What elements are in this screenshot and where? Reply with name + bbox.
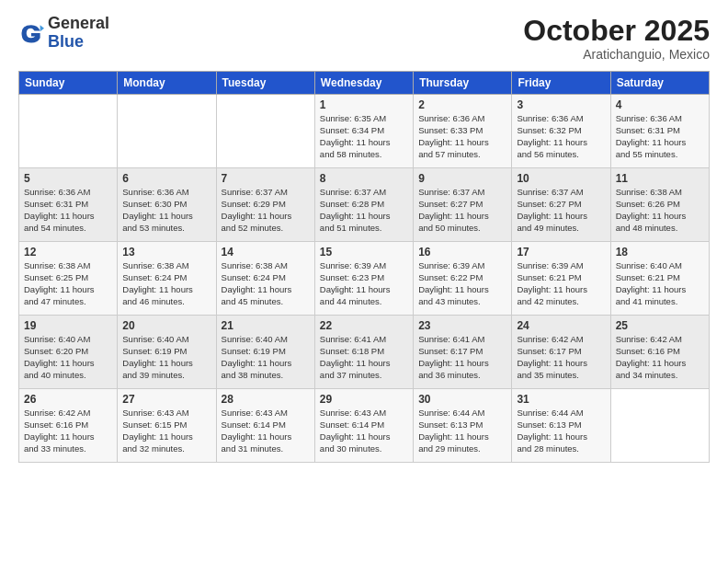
day-number-18: 18 [616, 246, 704, 259]
weekday-header-row: Sunday Monday Tuesday Wednesday Thursday… [19, 72, 710, 95]
calendar-cell-2-3: 15Sunrise: 6:39 AM Sunset: 6:23 PM Dayli… [314, 242, 413, 316]
title-block: October 2025 Aratichanguio, Mexico [523, 15, 710, 62]
calendar-cell-1-2: 7Sunrise: 6:37 AM Sunset: 6:29 PM Daylig… [216, 168, 314, 242]
day-info-9: Sunrise: 6:37 AM Sunset: 6:27 PM Dayligh… [418, 187, 506, 234]
calendar-cell-1-1: 6Sunrise: 6:36 AM Sunset: 6:30 PM Daylig… [118, 168, 216, 242]
day-info-30: Sunrise: 6:44 AM Sunset: 6:13 PM Dayligh… [418, 408, 506, 454]
day-info-21: Sunrise: 6:40 AM Sunset: 6:19 PM Dayligh… [222, 334, 310, 381]
calendar-cell-4-2: 28Sunrise: 6:43 AM Sunset: 6:14 PM Dayli… [216, 389, 314, 463]
day-number-13: 13 [122, 246, 210, 259]
calendar-cell-0-4: 2Sunrise: 6:36 AM Sunset: 6:33 PM Daylig… [414, 95, 512, 168]
day-number-1: 1 [320, 98, 408, 111]
day-number-23: 23 [418, 319, 506, 332]
calendar-cell-3-5: 24Sunrise: 6:42 AM Sunset: 6:17 PM Dayli… [512, 316, 610, 389]
calendar-cell-4-1: 27Sunrise: 6:43 AM Sunset: 6:15 PM Dayli… [118, 389, 216, 463]
calendar-cell-4-0: 26Sunrise: 6:42 AM Sunset: 6:16 PM Dayli… [19, 389, 118, 463]
day-number-11: 11 [616, 172, 704, 185]
calendar-cell-3-3: 22Sunrise: 6:41 AM Sunset: 6:18 PM Dayli… [314, 316, 413, 389]
calendar-cell-1-3: 8Sunrise: 6:37 AM Sunset: 6:28 PM Daylig… [314, 168, 413, 242]
day-info-6: Sunrise: 6:36 AM Sunset: 6:30 PM Dayligh… [122, 187, 210, 234]
calendar-cell-2-6: 18Sunrise: 6:40 AM Sunset: 6:21 PM Dayli… [610, 242, 709, 316]
day-number-10: 10 [517, 172, 605, 185]
day-number-27: 27 [122, 393, 210, 406]
day-info-19: Sunrise: 6:40 AM Sunset: 6:20 PM Dayligh… [24, 334, 112, 381]
calendar-cell-3-0: 19Sunrise: 6:40 AM Sunset: 6:20 PM Dayli… [19, 316, 118, 389]
calendar-cell-4-3: 29Sunrise: 6:43 AM Sunset: 6:14 PM Dayli… [314, 389, 413, 463]
day-number-19: 19 [24, 319, 112, 332]
day-info-24: Sunrise: 6:42 AM Sunset: 6:17 PM Dayligh… [517, 334, 605, 381]
day-info-26: Sunrise: 6:42 AM Sunset: 6:16 PM Dayligh… [24, 408, 112, 454]
calendar-cell-1-0: 5Sunrise: 6:36 AM Sunset: 6:31 PM Daylig… [19, 168, 118, 242]
day-info-31: Sunrise: 6:44 AM Sunset: 6:13 PM Dayligh… [517, 408, 605, 454]
day-info-8: Sunrise: 6:37 AM Sunset: 6:28 PM Dayligh… [320, 187, 408, 234]
day-info-16: Sunrise: 6:39 AM Sunset: 6:22 PM Dayligh… [418, 260, 506, 307]
calendar-cell-2-1: 13Sunrise: 6:38 AM Sunset: 6:24 PM Dayli… [118, 242, 216, 316]
week-row-2: 5Sunrise: 6:36 AM Sunset: 6:31 PM Daylig… [19, 168, 710, 242]
calendar-cell-3-4: 23Sunrise: 6:41 AM Sunset: 6:17 PM Dayli… [414, 316, 512, 389]
day-number-3: 3 [517, 98, 605, 111]
calendar-cell-3-1: 20Sunrise: 6:40 AM Sunset: 6:19 PM Dayli… [118, 316, 216, 389]
calendar-cell-2-4: 16Sunrise: 6:39 AM Sunset: 6:22 PM Dayli… [414, 242, 512, 316]
calendar-cell-4-6 [610, 389, 709, 463]
day-info-23: Sunrise: 6:41 AM Sunset: 6:17 PM Dayligh… [418, 334, 506, 381]
month-title: October 2025 [523, 15, 710, 47]
day-number-22: 22 [320, 319, 408, 332]
day-info-4: Sunrise: 6:36 AM Sunset: 6:31 PM Dayligh… [616, 113, 704, 160]
calendar-cell-2-2: 14Sunrise: 6:38 AM Sunset: 6:24 PM Dayli… [216, 242, 314, 316]
day-info-25: Sunrise: 6:42 AM Sunset: 6:16 PM Dayligh… [616, 334, 704, 381]
calendar-cell-3-2: 21Sunrise: 6:40 AM Sunset: 6:19 PM Dayli… [216, 316, 314, 389]
day-number-9: 9 [418, 172, 506, 185]
calendar-cell-1-4: 9Sunrise: 6:37 AM Sunset: 6:27 PM Daylig… [414, 168, 512, 242]
calendar-cell-0-2 [216, 95, 314, 168]
calendar-cell-4-5: 31Sunrise: 6:44 AM Sunset: 6:13 PM Dayli… [512, 389, 610, 463]
day-info-28: Sunrise: 6:43 AM Sunset: 6:14 PM Dayligh… [222, 408, 310, 454]
day-info-29: Sunrise: 6:43 AM Sunset: 6:14 PM Dayligh… [320, 408, 408, 454]
calendar-cell-1-5: 10Sunrise: 6:37 AM Sunset: 6:27 PM Dayli… [512, 168, 610, 242]
calendar-cell-3-6: 25Sunrise: 6:42 AM Sunset: 6:16 PM Dayli… [610, 316, 709, 389]
day-number-20: 20 [122, 319, 210, 332]
day-info-13: Sunrise: 6:38 AM Sunset: 6:24 PM Dayligh… [122, 260, 210, 307]
day-number-14: 14 [222, 246, 310, 259]
day-info-7: Sunrise: 6:37 AM Sunset: 6:29 PM Dayligh… [222, 187, 310, 234]
page: General Blue October 2025 Aratichanguio,… [0, 0, 728, 563]
calendar-cell-1-6: 11Sunrise: 6:38 AM Sunset: 6:26 PM Dayli… [610, 168, 709, 242]
calendar-cell-2-5: 17Sunrise: 6:39 AM Sunset: 6:21 PM Dayli… [512, 242, 610, 316]
header: General Blue October 2025 Aratichanguio,… [18, 15, 710, 62]
day-number-29: 29 [320, 393, 408, 406]
logo-blue-text: Blue [48, 33, 109, 52]
week-row-5: 26Sunrise: 6:42 AM Sunset: 6:16 PM Dayli… [19, 389, 710, 463]
day-number-12: 12 [24, 246, 112, 259]
calendar-cell-0-5: 3Sunrise: 6:36 AM Sunset: 6:32 PM Daylig… [512, 95, 610, 168]
header-saturday: Saturday [610, 72, 709, 95]
calendar-cell-0-3: 1Sunrise: 6:35 AM Sunset: 6:34 PM Daylig… [314, 95, 413, 168]
day-number-16: 16 [418, 246, 506, 259]
day-number-17: 17 [517, 246, 605, 259]
header-tuesday: Tuesday [216, 72, 314, 95]
week-row-3: 12Sunrise: 6:38 AM Sunset: 6:25 PM Dayli… [19, 242, 710, 316]
calendar-table: Sunday Monday Tuesday Wednesday Thursday… [18, 71, 710, 463]
day-number-21: 21 [222, 319, 310, 332]
day-number-31: 31 [517, 393, 605, 406]
calendar-cell-0-6: 4Sunrise: 6:36 AM Sunset: 6:31 PM Daylig… [610, 95, 709, 168]
day-number-15: 15 [320, 246, 408, 259]
day-number-30: 30 [418, 393, 506, 406]
day-number-6: 6 [122, 172, 210, 185]
day-info-10: Sunrise: 6:37 AM Sunset: 6:27 PM Dayligh… [517, 187, 605, 234]
location-subtitle: Aratichanguio, Mexico [523, 47, 710, 62]
day-number-28: 28 [222, 393, 310, 406]
day-info-22: Sunrise: 6:41 AM Sunset: 6:18 PM Dayligh… [320, 334, 408, 381]
day-info-17: Sunrise: 6:39 AM Sunset: 6:21 PM Dayligh… [517, 260, 605, 307]
calendar-cell-0-0 [19, 95, 118, 168]
day-info-15: Sunrise: 6:39 AM Sunset: 6:23 PM Dayligh… [320, 260, 408, 307]
day-info-5: Sunrise: 6:36 AM Sunset: 6:31 PM Dayligh… [24, 187, 112, 234]
day-number-25: 25 [616, 319, 704, 332]
week-row-4: 19Sunrise: 6:40 AM Sunset: 6:20 PM Dayli… [19, 316, 710, 389]
header-wednesday: Wednesday [314, 72, 413, 95]
day-number-26: 26 [24, 393, 112, 406]
day-number-8: 8 [320, 172, 408, 185]
day-info-27: Sunrise: 6:43 AM Sunset: 6:15 PM Dayligh… [122, 408, 210, 454]
day-number-7: 7 [222, 172, 310, 185]
logo: General Blue [18, 15, 109, 52]
day-info-1: Sunrise: 6:35 AM Sunset: 6:34 PM Dayligh… [320, 113, 408, 160]
day-info-20: Sunrise: 6:40 AM Sunset: 6:19 PM Dayligh… [122, 334, 210, 381]
